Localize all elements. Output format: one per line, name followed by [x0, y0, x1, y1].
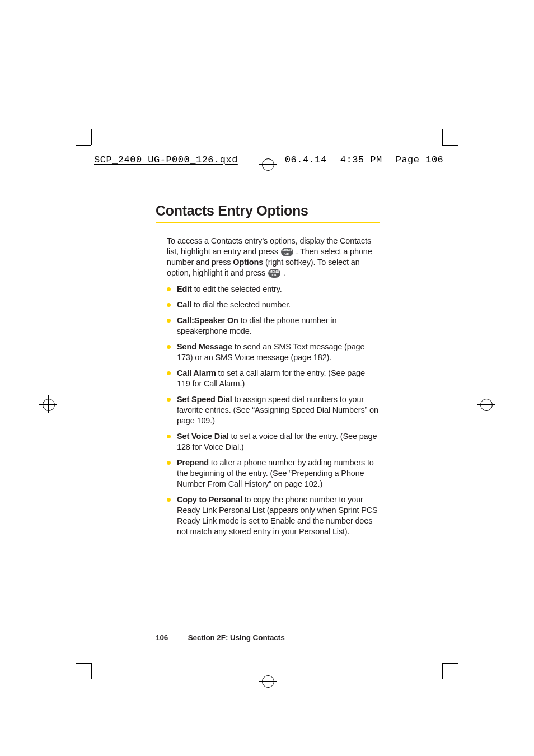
section-label: Section 2F: Using Contacts: [188, 633, 285, 642]
slug-time: 4:35 PM: [340, 155, 382, 165]
option-name: Call: [177, 300, 191, 309]
list-item: Prepend to alter a phone number by addin…: [167, 458, 380, 489]
crop-mark: [442, 145, 458, 146]
option-name: Set Speed Dial: [177, 395, 232, 404]
list-item: Call:Speaker On to dial the phone number…: [167, 315, 380, 337]
list-item: Edit to edit the selected entry.: [167, 284, 380, 295]
list-item: Send Message to send an SMS Text message…: [167, 342, 380, 363]
options-softkey-label: Options: [233, 258, 263, 267]
page-title: Contacts Entry Options: [156, 203, 380, 222]
crop-mark: [76, 663, 91, 664]
intro-text: .: [281, 268, 285, 277]
slug-page: Page 106: [396, 155, 444, 165]
crop-mark: [91, 663, 92, 679]
page-number: 106: [156, 633, 186, 642]
option-name: Prepend: [177, 458, 209, 467]
option-name: Copy to Personal: [177, 495, 242, 504]
slug-date: 06.4.14: [285, 155, 327, 165]
title-rule: [156, 222, 380, 223]
registration-mark-icon: [477, 395, 495, 413]
crop-mark: [442, 663, 458, 664]
registration-mark-icon: [259, 672, 277, 690]
option-name: Call:Speaker On: [177, 316, 238, 325]
print-slug: SCP_2400 UG-P000_126.qxd 06.4.14 4:35 PM…: [94, 155, 443, 165]
menu-ok-icon: MENUOK: [268, 269, 280, 278]
slug-filename: SCP_2400 UG-P000_126.qxd: [94, 155, 271, 165]
intro-paragraph: To access a Contacts entry’s options, di…: [167, 236, 380, 278]
page-footer: 106 Section 2F: Using Contacts: [156, 633, 285, 642]
option-name: Set Voice Dial: [177, 432, 229, 441]
list-item: Copy to Personal to copy the phone numbe…: [167, 494, 380, 537]
crop-mark: [442, 129, 443, 145]
registration-mark-icon: [39, 395, 57, 413]
list-item: Set Speed Dial to assign speed dial numb…: [167, 394, 380, 426]
list-item: Call Alarm to set a call alarm for the e…: [167, 368, 380, 389]
menu-ok-icon: MENUOK: [281, 248, 293, 256]
list-item: Set Voice Dial to set a voice dial for t…: [167, 431, 380, 452]
option-name: Send Message: [177, 342, 232, 351]
crop-mark: [76, 145, 91, 146]
option-name: Call Alarm: [177, 368, 216, 377]
crop-mark: [91, 129, 92, 145]
option-desc: to edit the selected entry.: [192, 284, 282, 293]
options-list: Edit to edit the selected entry. Call to…: [167, 284, 380, 537]
crop-mark: [442, 663, 443, 679]
option-name: Edit: [177, 284, 192, 293]
option-desc: to dial the selected number.: [191, 300, 291, 309]
list-item: Call to dial the selected number.: [167, 300, 380, 310]
page: SCP_2400 UG-P000_126.qxd 06.4.14 4:35 PM…: [0, 0, 534, 756]
content-area: Contacts Entry Options To access a Conta…: [156, 203, 380, 542]
